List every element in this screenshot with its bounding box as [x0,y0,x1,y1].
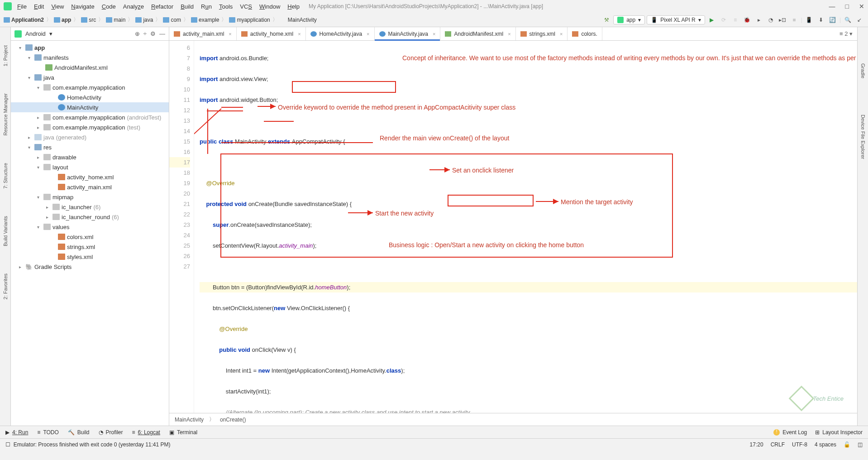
menu-view[interactable]: View [51,3,64,10]
tree-pkg-test[interactable]: ▸com.example.myapplication (test) [11,122,169,132]
tree-drawable[interactable]: ▸drawable [11,152,169,162]
tab-colors[interactable]: colors. [568,27,602,40]
tool-layout-inspector[interactable]: ⊞ Layout Inspector [815,429,863,436]
menu-analyze[interactable]: Analyze [123,3,144,10]
menu-refactor[interactable]: Refactor [151,3,173,10]
menu-file[interactable]: File [17,3,27,10]
hide-icon[interactable]: — [159,30,165,37]
tree-ic-launcher[interactable]: ▸ic_launcher (6) [11,202,169,212]
tool-build[interactable]: 🔨 Build [68,429,90,436]
tool-profiler[interactable]: ◔ Profiler [99,429,123,436]
crumb-method[interactable]: onCreate() [220,417,246,423]
close-tab-icon[interactable]: × [560,31,563,37]
avd-icon[interactable]: 📱 [804,15,814,25]
tree-gradle[interactable]: ▸🐘 Gradle Scripts [11,262,169,272]
tool-logcat[interactable]: ≡ 6: Logcat [132,429,160,436]
menu-tools[interactable]: Tools [219,3,233,10]
status-mem-icon[interactable]: ◫ [858,441,863,448]
status-icon[interactable]: ☐ [5,441,10,448]
rail-resource-manager[interactable]: Resource Manager [3,93,8,136]
tree-java-gen[interactable]: ▸java (generated) [11,132,169,142]
tree-activity-home[interactable]: activity_home.xml [11,172,169,182]
tool-run[interactable]: ▶ 4: Run [5,429,28,436]
hammer-icon[interactable]: ⚒ [601,15,611,25]
stop-icon[interactable]: ■ [789,15,799,25]
rail-device-explorer[interactable]: Device File Explorer [860,115,866,159]
tree-manifest-file[interactable]: AndroidManifest.xml [11,62,169,72]
tree-ic-launcher-round[interactable]: ▸ic_launcher_round (6) [11,212,169,222]
expand-icon[interactable]: ÷ [143,30,147,37]
menu-navigate[interactable]: Navigate [71,3,94,10]
profiler-icon[interactable]: ◔ [766,15,776,25]
close-tab-icon[interactable]: × [508,31,510,37]
code-area[interactable]: 6789 10111213 141516 17 18192021 2223242… [169,41,857,413]
tab-home-activity[interactable]: HomeActivity.java× [306,27,375,40]
rail-structure[interactable]: 7: Structure [3,163,8,189]
tabs-overflow[interactable]: ≡ 2 ▾ [839,30,853,37]
menu-run[interactable]: Run [201,3,212,10]
menu-code[interactable]: Code [102,3,116,10]
tree-app[interactable]: ▾app [11,43,169,53]
menu-help[interactable]: Help [287,3,300,10]
tree-values[interactable]: ▾values [11,222,169,232]
status-lock-icon[interactable]: 🔓 [844,441,850,448]
code-content[interactable]: import android.os.Bundle; import android… [194,41,857,413]
maximize-icon[interactable]: □ [845,3,849,10]
close-tab-icon[interactable]: × [367,31,369,37]
close-tab-icon[interactable]: × [433,31,435,37]
menu-window[interactable]: Window [259,3,280,10]
apply-code-icon[interactable]: ≡ [730,15,740,25]
search-icon[interactable]: 🔍 [843,15,853,25]
tree-activity-main[interactable]: activity_main.xml [11,182,169,192]
rail-build-variants[interactable]: Build Variants [3,216,8,246]
tree-res[interactable]: ▾res [11,142,169,152]
device-selector[interactable]: 📱 Pixel XL API R ▾ [647,15,705,24]
tree-main-activity[interactable]: MainActivity [11,102,169,112]
tree-java[interactable]: ▾java [11,72,169,82]
tool-todo[interactable]: ≡ TODO [37,429,58,436]
tree-pkg[interactable]: ▾com.example.myapplication [11,82,169,92]
apply-changes-icon[interactable]: ⟳ [719,15,729,25]
status-encoding[interactable]: UTF-8 [792,441,807,448]
close-tab-icon[interactable]: × [298,31,300,37]
close-tab-icon[interactable]: × [229,31,231,37]
tab-main-activity[interactable]: MainActivity.java× [375,27,441,40]
rail-favorites[interactable]: 2: Favorites [3,273,8,299]
crumb-class[interactable]: MainActivity [175,417,204,423]
menu-edit[interactable]: Edit [34,3,44,10]
run-config-selector[interactable]: app ▾ [613,15,645,24]
run-icon[interactable]: ▶ [707,15,717,25]
gear-icon[interactable]: ⚙ [150,30,156,37]
tree-colors[interactable]: colors.xml [11,232,169,242]
tree-pkg-androidtest[interactable]: ▸com.example.myapplication (androidTest) [11,112,169,122]
tool-terminal[interactable]: ▣ Terminal [169,429,197,436]
tool-event-log[interactable]: ! Event Log [773,429,807,436]
tab-manifest[interactable]: AndroidManifest.xml× [440,27,515,40]
rail-gradle[interactable]: Gradle [860,63,866,78]
tree-home-activity[interactable]: HomeActivity [11,92,169,102]
project-view-mode[interactable]: Android [25,30,46,37]
tree-manifests[interactable]: ▾manifests [11,53,169,62]
project-tree[interactable]: ▾app ▾manifests AndroidManifest.xml ▾jav… [11,41,169,426]
menu-vcs[interactable]: VCS [240,3,252,10]
tab-activity-main[interactable]: activity_main.xml× [169,27,237,40]
close-icon[interactable]: ✕ [859,3,864,10]
tab-strings[interactable]: strings.xml× [516,27,568,40]
tab-activity-home[interactable]: activity_home.xml× [237,27,306,40]
rail-project[interactable]: 1: Project [3,45,8,66]
debug-icon[interactable]: 🐞 [742,15,752,25]
status-indent[interactable]: 4 spaces [815,441,836,448]
sdk-icon[interactable]: ⬇ [816,15,826,25]
tree-styles[interactable]: styles.xml [11,252,169,262]
menu-build[interactable]: Build [181,3,194,10]
locate-icon[interactable]: ⊕ [135,30,140,37]
sync-icon[interactable]: 🔄 [828,15,838,25]
settings-icon[interactable]: ↙ [854,15,864,25]
tree-strings[interactable]: strings.xml [11,242,169,252]
minimize-icon[interactable]: — [829,3,835,10]
tree-mipmap[interactable]: ▾mipmap [11,192,169,202]
coverage-icon[interactable]: ▸ [754,15,764,25]
attach-icon[interactable]: ▸⊡ [777,15,787,25]
tree-layout[interactable]: ▾layout [11,162,169,172]
status-line-ending[interactable]: CRLF [771,441,785,448]
